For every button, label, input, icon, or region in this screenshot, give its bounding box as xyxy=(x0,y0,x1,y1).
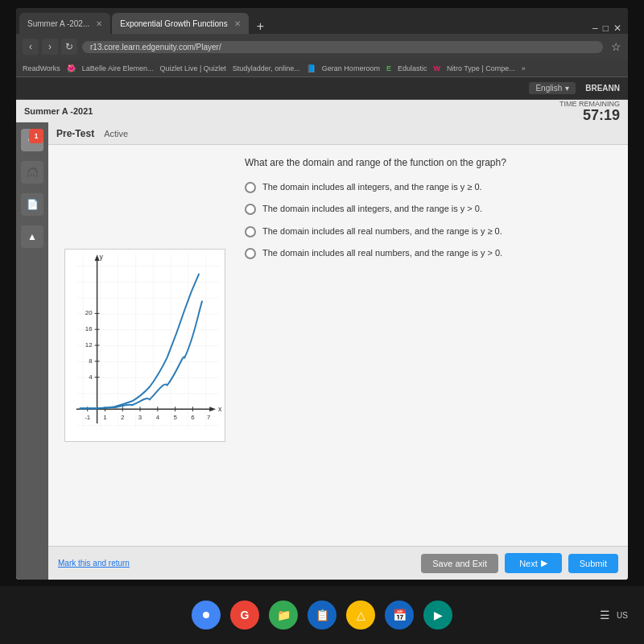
browser-chrome: Summer A -202... ✕ Exponential Growth Fu… xyxy=(16,8,628,77)
coordinate-graph: 4 8 12 16 20 -1 1 2 3 4 xyxy=(65,250,225,441)
username-display: BREANN xyxy=(585,84,620,93)
bookmark-edulastic[interactable]: Edulastic xyxy=(398,64,427,72)
taskbar-drive-icon[interactable]: △ xyxy=(346,601,375,630)
next-label: Next xyxy=(519,559,538,568)
tab-exp-close[interactable]: ✕ xyxy=(234,19,241,28)
edgenuity-topbar: English ▾ BREANN xyxy=(16,77,628,100)
taskbar-locale: US xyxy=(617,611,628,620)
answer-option-3[interactable]: The domain includes all real numbers, an… xyxy=(245,225,617,237)
taskbar: G 📁 📋 △ 📅 ▶ ☰ US xyxy=(0,586,644,644)
question-badge: 1 xyxy=(29,129,43,143)
close-button[interactable]: ✕ xyxy=(613,23,621,34)
tab-exp-label: Exponential Growth Functions xyxy=(120,19,227,28)
answer-option-1[interactable]: The domain includes all integers, and th… xyxy=(245,181,617,193)
tab-summer-label: Summer A -202... xyxy=(27,19,89,28)
svg-text:16: 16 xyxy=(85,325,93,332)
taskbar-files-icon[interactable]: 📁 xyxy=(269,601,298,630)
time-remaining-section: TIME REMAINING 57:19 xyxy=(559,100,620,122)
bookmark-w: W xyxy=(433,64,440,72)
option-text-2: The domain includes all integers, and th… xyxy=(262,203,482,215)
svg-point-34 xyxy=(203,612,209,618)
answer-option-2[interactable]: The domain includes all integers, and th… xyxy=(245,203,617,215)
notes-icon[interactable]: 📄 xyxy=(21,193,43,216)
radio-3[interactable] xyxy=(245,226,256,237)
taskbar-menu-icon[interactable]: ☰ xyxy=(600,609,610,621)
action-buttons: Save and Exit Next ▶ Submit xyxy=(421,553,618,573)
radio-2[interactable] xyxy=(245,204,256,215)
next-button[interactable]: Next ▶ xyxy=(505,553,562,573)
screen: Summer A -202... ✕ Exponential Growth Fu… xyxy=(16,8,628,580)
language-label: English xyxy=(535,84,562,93)
radio-1[interactable] xyxy=(245,182,256,193)
next-arrow-icon: ▶ xyxy=(541,558,547,568)
option-text-4: The domain includes all real numbers, an… xyxy=(262,247,502,259)
svg-text:12: 12 xyxy=(85,341,93,349)
svg-text:7: 7 xyxy=(207,414,210,421)
taskbar-google-icon[interactable]: G xyxy=(230,601,259,630)
star-icon[interactable]: ☆ xyxy=(611,40,621,53)
radio-4[interactable] xyxy=(245,248,256,259)
more-bookmarks[interactable]: » xyxy=(522,64,526,72)
svg-text:-1: -1 xyxy=(85,414,91,421)
taskbar-chrome-icon[interactable] xyxy=(192,601,221,630)
topbar-right: English ▾ BREANN xyxy=(529,82,620,94)
tab-summer[interactable]: Summer A -202... ✕ xyxy=(19,13,110,34)
session-name: Summer A -2021 xyxy=(24,106,93,116)
pre-test-label: Pre-Test xyxy=(56,128,94,139)
svg-text:y: y xyxy=(100,253,104,261)
left-sidebar: ✏ 1 🎧 📄 ▲ xyxy=(16,122,48,580)
new-tab-button[interactable]: + xyxy=(250,19,270,34)
svg-text:1: 1 xyxy=(103,414,107,421)
svg-text:5: 5 xyxy=(173,414,177,421)
time-value: 57:19 xyxy=(559,108,620,122)
main-content: Pre-Test Active xyxy=(48,122,628,580)
graph-section: 4 8 12 16 20 -1 1 2 3 4 xyxy=(56,153,233,538)
taskbar-right: ☰ US xyxy=(600,609,628,621)
answer-option-4[interactable]: The domain includes all real numbers, an… xyxy=(245,247,617,259)
forward-button[interactable]: › xyxy=(42,39,58,55)
bookmark-nitro[interactable]: Nitro Type | Compe... xyxy=(447,64,515,72)
bottom-bar: Mark this and return Save and Exit Next … xyxy=(48,546,628,580)
taskbar-play-icon[interactable]: ▶ xyxy=(423,601,452,630)
content-area: ✏ 1 🎧 📄 ▲ Pre-Test Active xyxy=(16,122,628,580)
bookmark-labelle[interactable]: LaBelle Aire Elemen... xyxy=(82,64,154,72)
bookmark-readworks[interactable]: ReadWorks xyxy=(23,64,60,72)
answer-options: The domain includes all integers, and th… xyxy=(245,181,617,260)
mark-return-link[interactable]: Mark this and return xyxy=(58,559,130,568)
question-text: What are the domain and range of the fun… xyxy=(245,156,617,170)
graph-container: 4 8 12 16 20 -1 1 2 3 4 xyxy=(64,249,225,442)
session-bar: Summer A -2021 TIME REMAINING 57:19 xyxy=(16,100,628,122)
active-label: Active xyxy=(104,129,128,138)
tab-bar: Summer A -202... ✕ Exponential Growth Fu… xyxy=(16,8,628,34)
tab-exponential[interactable]: Exponential Growth Functions ✕ xyxy=(112,13,248,34)
address-bar[interactable]: r13.core.learn.edgenuity.com/Player/ xyxy=(82,41,603,53)
tab-summer-close[interactable]: ✕ xyxy=(96,19,102,28)
svg-text:3: 3 xyxy=(138,414,142,421)
svg-text:20: 20 xyxy=(85,309,93,316)
reload-button[interactable]: ↻ xyxy=(61,39,77,55)
svg-text:4: 4 xyxy=(89,374,93,381)
submit-button[interactable]: Submit xyxy=(568,554,618,573)
bookmark-e: E xyxy=(386,64,391,72)
taskbar-docs-icon[interactable]: 📋 xyxy=(308,601,336,630)
svg-rect-0 xyxy=(76,254,220,429)
bookmark-studyladder[interactable]: Studyladder, online... xyxy=(233,64,300,72)
svg-text:x: x xyxy=(218,405,222,413)
nav-controls: ‹ › ↻ xyxy=(23,39,77,55)
bookmarks-bar: ReadWorks 🌺 LaBelle Aire Elemen... Quizl… xyxy=(16,60,628,77)
back-button[interactable]: ‹ xyxy=(23,39,39,55)
pre-test-header: Pre-Test Active xyxy=(48,122,628,145)
taskbar-calendar-icon[interactable]: 📅 xyxy=(385,601,414,630)
monitor: Summer A -202... ✕ Exponential Growth Fu… xyxy=(0,0,644,644)
scroll-top-icon[interactable]: ▲ xyxy=(21,225,43,248)
bookmark-quizlet[interactable]: Quizlet Live | Quizlet xyxy=(159,64,225,72)
maximize-button[interactable]: □ xyxy=(603,23,609,34)
option-text-1: The domain includes all integers, and th… xyxy=(262,181,482,193)
bookmark-geran[interactable]: Geran Homeroom xyxy=(322,64,380,72)
svg-text:6: 6 xyxy=(191,414,195,421)
save-exit-button[interactable]: Save and Exit xyxy=(421,554,498,573)
minimize-button[interactable]: – xyxy=(592,23,598,34)
language-selector[interactable]: English ▾ xyxy=(529,82,576,94)
question-section: What are the domain and range of the fun… xyxy=(242,153,620,538)
audio-icon[interactable]: 🎧 xyxy=(21,161,43,184)
